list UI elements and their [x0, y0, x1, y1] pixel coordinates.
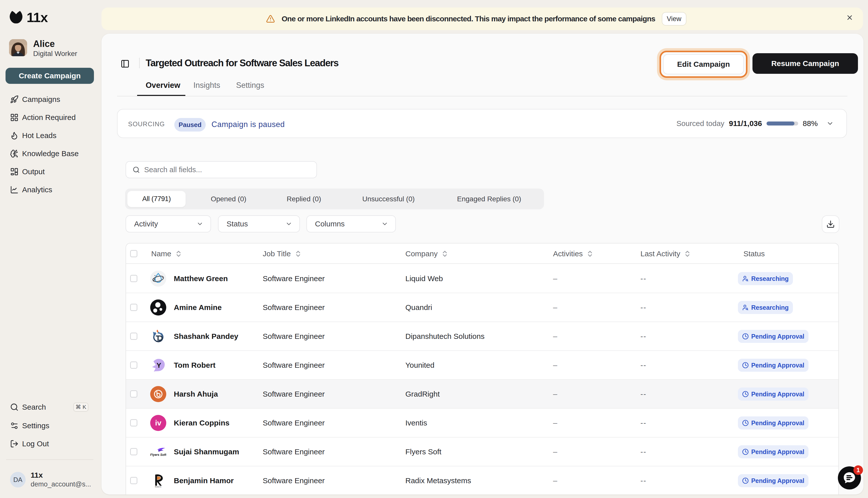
- svg-text:Flyers Soft: Flyers Soft: [150, 453, 166, 457]
- svg-text:RADIX: RADIX: [155, 486, 161, 488]
- svg-text:Y: Y: [156, 362, 161, 369]
